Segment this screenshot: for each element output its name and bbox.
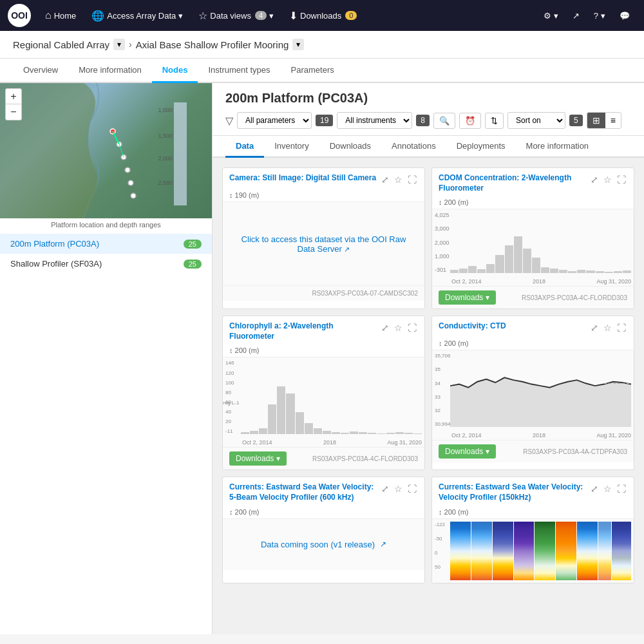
downloads-btn-chlorophyll[interactable]: Downloads ▾ xyxy=(229,451,287,466)
dataset-link-camera[interactable]: Click to access this dataset via the OOI… xyxy=(223,202,424,285)
fullscreen-btn-camera[interactable]: ⛶ xyxy=(406,173,418,186)
params-filter[interactable]: All parameters xyxy=(237,112,312,129)
chart-x-axis-ctd: Oct 2, 2014 2018 Aug 31, 2020 xyxy=(451,432,631,439)
expand-btn-chlorophyll[interactable]: ⤢ xyxy=(380,321,390,334)
data-soon-label: Data coming soon (v1 release) ↗ xyxy=(261,519,386,570)
star-btn-chlorophyll[interactable]: ☆ xyxy=(393,321,404,334)
depth-label-camera: ↕ 190 (m) xyxy=(223,191,424,202)
content-tab-data[interactable]: Data xyxy=(225,136,264,158)
depth-label-ctd: ↕ 200 (m) xyxy=(432,339,634,350)
content-tab-deployments[interactable]: Deployments xyxy=(446,136,516,158)
dataset-card-chlorophyll: Chlorophyll a: 2-Wavelength Fluorometer … xyxy=(222,316,425,470)
expand-btn-currents-5beam[interactable]: ⤢ xyxy=(380,482,390,495)
nav-help[interactable]: ? ▾ xyxy=(587,7,612,24)
time-button[interactable]: ⏰ xyxy=(459,113,481,129)
list-view-btn[interactable]: ≡ xyxy=(605,113,621,128)
map-caption: Platform location and depth ranges xyxy=(0,218,212,231)
star-btn-cdom[interactable]: ☆ xyxy=(602,173,613,186)
svg-point-3 xyxy=(125,167,130,173)
map-zoom-out[interactable]: − xyxy=(6,104,21,120)
fullscreen-btn-currents-150[interactable]: ⛶ xyxy=(616,482,627,495)
star-btn-currents-150[interactable]: ☆ xyxy=(602,482,613,495)
expand-btn-cdom[interactable]: ⤢ xyxy=(589,173,600,186)
dataset-id-cdom: RS03AXPS-PC03A-4C-FLORDD303 xyxy=(522,294,627,301)
downloads-btn-cdom[interactable]: Downloads ▾ xyxy=(439,290,496,305)
dataset-actions-currents-5beam: ⤢ ☆ ⛶ xyxy=(380,482,418,495)
chart-area-ctd: 35,706 35 34 33 32 30,994 xyxy=(432,350,634,440)
fullscreen-btn-cdom[interactable]: ⛶ xyxy=(616,173,627,186)
dataset-actions-chlorophyll: ⤢ ☆ ⛶ xyxy=(380,321,418,334)
depth-icon-chlorophyll: ↕ xyxy=(229,346,233,354)
expand-btn-camera[interactable]: ⤢ xyxy=(380,173,390,186)
dataset-actions-currents-150: ⤢ ☆ ⛶ xyxy=(589,482,627,495)
sort-count-badge: 5 xyxy=(569,115,583,126)
star-btn-currents-5beam[interactable]: ☆ xyxy=(393,482,404,495)
map-zoom-in[interactable]: + xyxy=(6,89,21,104)
params-count-badge: 19 xyxy=(316,115,333,126)
sort-button[interactable]: ⇅ xyxy=(485,113,504,129)
search-button[interactable]: 🔍 xyxy=(433,113,455,129)
content-tab-downloads[interactable]: Downloads xyxy=(319,136,381,158)
fullscreen-btn-currents-5beam[interactable]: ⛶ xyxy=(406,482,418,495)
filter-icon: ▽ xyxy=(225,115,233,127)
dataset-card-cdom: CDOM Concentration: 2-Wavelength Fluorom… xyxy=(431,167,634,309)
breadcrumb-child-dropdown[interactable]: ▾ xyxy=(292,39,304,50)
svg-point-4 xyxy=(128,180,133,185)
instruments-count-badge: 8 xyxy=(416,115,430,126)
content-tab-annotations[interactable]: Annotations xyxy=(381,136,446,158)
tab-parameters[interactable]: Parameters xyxy=(281,59,345,83)
fullscreen-btn-ctd[interactable]: ⛶ xyxy=(616,321,627,334)
expand-btn-ctd[interactable]: ⤢ xyxy=(589,321,600,334)
nav-downloads[interactable]: ⬇ Downloads 0 xyxy=(283,6,363,26)
content-tab-more-info[interactable]: More information xyxy=(516,136,600,158)
depth-icon-camera: ↕ xyxy=(229,191,233,199)
downloads-btn-ctd[interactable]: Downloads ▾ xyxy=(439,444,496,459)
breadcrumb-parent-dropdown[interactable]: ▾ xyxy=(113,39,125,50)
dataset-title-currents-150: Currents: Eastward Sea Water Velocity: V… xyxy=(439,482,589,502)
nav-chat[interactable]: 💬 xyxy=(613,7,636,24)
nav-settings[interactable]: ⚙ ▾ xyxy=(537,7,565,24)
dataset-grid: Camera: Still Image: Digital Still Camer… xyxy=(213,158,644,593)
platform-count-pc03a: 25 xyxy=(184,240,202,249)
gear-icon: ⚙ xyxy=(544,11,551,21)
nav-share[interactable]: ↗ xyxy=(566,7,586,24)
star-btn-camera[interactable]: ☆ xyxy=(393,173,404,186)
platform-item-sf03a[interactable]: Shallow Profiler (SF03A) 25 xyxy=(0,254,212,274)
map-background: 1,000 1,500 2,000 2,500 xyxy=(0,83,212,218)
sort-select[interactable]: Sort on xyxy=(507,112,565,129)
dataset-title-camera: Camera: Still Image: Digital Still Camer… xyxy=(229,173,380,184)
platform-count-sf03a: 25 xyxy=(184,260,202,269)
content-tabs: Data Inventory Downloads Annotations Dep… xyxy=(213,136,644,158)
breadcrumb-parent[interactable]: Regional Cabled Array xyxy=(13,39,109,50)
y-axis-label-chlorophyll: microg L-1 xyxy=(223,399,239,405)
dataset-card-currents-5beam: Currents: Eastward Sea Water Velocity: 5… xyxy=(222,477,425,583)
nav-access-array-data[interactable]: 🌐 Access Array Data ▾ xyxy=(85,6,189,26)
depth-label-currents-5beam: ↕ 200 (m) xyxy=(223,508,424,518)
star-btn-ctd[interactable]: ☆ xyxy=(602,321,613,334)
svg-text:2,500: 2,500 xyxy=(158,180,173,186)
tab-overview[interactable]: Overview xyxy=(13,59,68,83)
app-logo[interactable]: OOI xyxy=(8,4,31,27)
tab-nodes[interactable]: Nodes xyxy=(152,59,198,83)
dataset-card-header-currents-150: Currents: Eastward Sea Water Velocity: V… xyxy=(432,477,634,507)
platform-list: 200m Platform (PC03A) 25 Shallow Profile… xyxy=(0,231,212,276)
chart-svg-ctd xyxy=(450,353,631,427)
instruments-filter[interactable]: All instruments xyxy=(337,112,412,129)
chart-y-axis-currents-150: -122 -50 0 50 xyxy=(435,522,445,570)
svg-text:2,000: 2,000 xyxy=(158,155,173,162)
page-tabs: Overview More information Nodes Instrume… xyxy=(0,59,644,83)
dataset-card-header-ctd: Conductivity: CTD ⤢ ☆ ⛶ xyxy=(432,316,634,339)
depth-icon-currents-5beam: ↕ xyxy=(229,508,233,516)
tab-instrument-types[interactable]: Instrument types xyxy=(198,59,280,83)
nav-data-views[interactable]: ☆ Data views 4 ▾ xyxy=(192,6,280,26)
grid-view-btn[interactable]: ⊞ xyxy=(587,113,605,128)
chevron-down-icon-3: ▾ xyxy=(554,11,558,21)
fullscreen-btn-chlorophyll[interactable]: ⛶ xyxy=(406,321,418,334)
dataset-id-camera: RS03AXPS-PC03A-07-CAMDSC302 xyxy=(312,290,418,297)
tab-more-information[interactable]: More information xyxy=(68,59,152,83)
depth-icon-cdom: ↕ xyxy=(439,198,442,206)
content-tab-inventory[interactable]: Inventory xyxy=(264,136,319,158)
platform-item-pc03a[interactable]: 200m Platform (PC03A) 25 xyxy=(0,234,212,254)
expand-btn-currents-150[interactable]: ⤢ xyxy=(589,482,600,495)
nav-home[interactable]: ⌂ Home xyxy=(39,6,82,25)
